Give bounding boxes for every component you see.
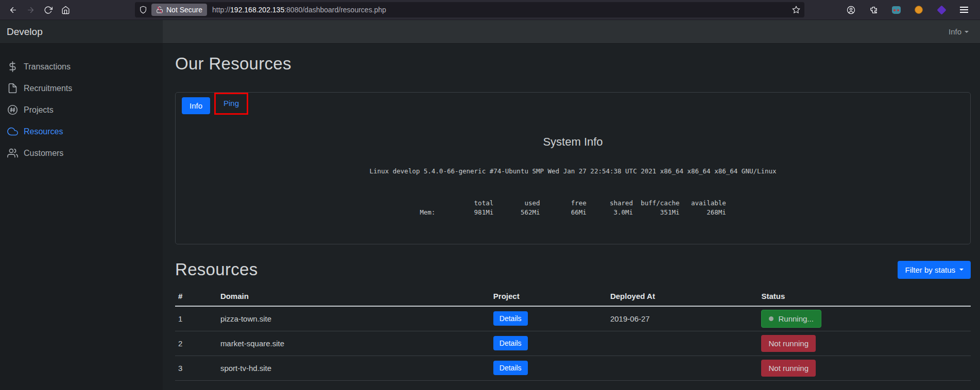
sidebar-item-label: Resources <box>24 127 63 136</box>
table-row: 2 market-square.site Details Not running <box>175 331 971 356</box>
red-annotation-box: Ping <box>214 93 248 115</box>
account-icon <box>847 6 855 14</box>
extension-robot-button[interactable] <box>888 2 904 17</box>
row-number: 2 <box>175 331 217 356</box>
url-text[interactable]: http://192.168.202.135:8080/dashboard/re… <box>212 6 792 14</box>
sidebar-item-projects[interactable]: Projects <box>0 100 163 119</box>
hamburger-icon <box>960 7 968 13</box>
uname-output: Linux develop 5.4.0-66-generic #74-Ubunt… <box>182 167 964 175</box>
memory-output: total used free shared buff/cache availa… <box>420 199 726 217</box>
back-icon <box>9 6 18 14</box>
url-path: :8080/dashboard/resources.php <box>284 6 386 14</box>
resources-header: Resources Filter by status <box>175 260 971 279</box>
resources-table: # Domain Project Deployed At Status 1 pi… <box>175 288 971 381</box>
col-header-status: Status <box>758 288 971 306</box>
deployed-at-cell <box>607 356 759 380</box>
sidebar-item-label: Projects <box>24 105 54 115</box>
status-stopped-button[interactable]: Not running <box>761 360 816 377</box>
sidebar-item-recruitments[interactable]: Recruitments <box>0 79 163 98</box>
app-topbar: Develop Info <box>0 20 980 44</box>
extension-diamond-button[interactable] <box>934 2 949 17</box>
diamond-extension-icon <box>937 5 946 14</box>
deployed-at-cell: 2019-06-27 <box>607 306 759 331</box>
domain-cell: sport-tv-hd.site <box>217 356 490 380</box>
details-button[interactable]: Details <box>493 336 528 350</box>
reload-button[interactable] <box>40 2 56 17</box>
table-row: 1 pizza-town.site Details 2019-06-27 Run… <box>175 306 971 331</box>
menu-button[interactable] <box>956 2 972 17</box>
reload-icon <box>44 6 53 14</box>
forward-button[interactable] <box>23 2 38 17</box>
status-stopped-button[interactable]: Not running <box>761 335 816 352</box>
table-header-row: # Domain Project Deployed At Status <box>175 288 971 306</box>
system-info-panel: System Info Linux develop 5.4.0-66-gener… <box>182 135 964 217</box>
status-label: Not running <box>768 339 809 348</box>
not-secure-badge[interactable]: Not Secure <box>151 4 207 16</box>
tab-ping[interactable]: Ping <box>219 96 243 110</box>
info-dropdown-label: Info <box>949 27 961 36</box>
account-button[interactable] <box>843 2 858 17</box>
domain-cell: pizza-town.site <box>217 306 490 331</box>
puzzle-icon <box>869 6 878 14</box>
status-running-button[interactable]: Running... <box>761 310 821 328</box>
page-title: Our Resources <box>175 54 971 74</box>
ball-extension-icon <box>915 6 923 14</box>
details-button[interactable]: Details <box>493 311 528 326</box>
domain-cell: market-square.site <box>217 331 490 356</box>
sidebar-item-customers[interactable]: Customers <box>0 144 163 163</box>
browser-toolbar: Not Secure http://192.168.202.135:8080/d… <box>0 0 980 20</box>
users-icon <box>7 148 18 158</box>
details-button[interactable]: Details <box>493 361 528 375</box>
cloud-icon <box>7 126 18 137</box>
system-info-card: Info Ping System Info Linux develop 5.4.… <box>175 92 971 244</box>
chevron-down-icon <box>959 269 964 271</box>
tab-bar: Info Ping <box>182 93 964 115</box>
filter-by-status-button[interactable]: Filter by status <box>898 261 971 279</box>
table-row: 3 sport-tv-hd.site Details Not running <box>175 356 971 380</box>
extensions-button[interactable] <box>866 2 881 17</box>
resources-title: Resources <box>175 260 257 279</box>
col-header-domain: Domain <box>217 288 490 306</box>
hash-circle-icon <box>7 104 18 115</box>
system-info-title: System Info <box>182 135 964 149</box>
shield-icon[interactable] <box>139 6 147 14</box>
sidebar: Transactions Recruitments Projects Resou… <box>0 44 163 390</box>
sidebar-item-transactions[interactable]: Transactions <box>0 57 163 76</box>
row-number: 3 <box>175 356 217 380</box>
home-icon <box>61 6 70 14</box>
sidebar-item-resources[interactable]: Resources <box>0 122 163 141</box>
back-button[interactable] <box>5 2 21 17</box>
info-dropdown[interactable]: Info <box>949 27 969 36</box>
deployed-at-cell <box>607 331 759 356</box>
chevron-down-icon <box>965 31 969 33</box>
brand-area: Develop <box>0 20 163 44</box>
dollar-icon <box>7 61 18 72</box>
not-secure-label: Not Secure <box>166 6 202 14</box>
brand-link[interactable]: Develop <box>7 26 43 38</box>
status-label: Running... <box>778 314 813 323</box>
main-content: Our Resources Info Ping System Info Linu… <box>163 44 980 390</box>
row-number: 1 <box>175 306 217 331</box>
robot-extension-icon <box>892 6 901 14</box>
bookmark-star-icon[interactable] <box>792 6 800 14</box>
status-label: Not running <box>768 364 809 373</box>
col-header-deployed: Deployed At <box>607 288 759 306</box>
extension-ball-button[interactable] <box>911 2 926 17</box>
home-button[interactable] <box>58 2 73 17</box>
file-icon <box>7 83 18 94</box>
forward-icon <box>26 6 35 14</box>
sidebar-item-label: Transactions <box>24 62 71 72</box>
status-dot-icon <box>769 316 773 321</box>
address-bar[interactable]: Not Secure http://192.168.202.135:8080/d… <box>135 2 804 17</box>
sidebar-item-label: Customers <box>24 149 63 158</box>
topnav: Info <box>163 20 980 44</box>
url-host: 192.168.202.135 <box>230 6 284 14</box>
col-header-num: # <box>175 288 217 306</box>
toolbar-right <box>843 2 975 17</box>
col-header-project: Project <box>490 288 607 306</box>
url-scheme: http:// <box>212 6 230 14</box>
filter-button-label: Filter by status <box>905 265 955 274</box>
tab-info[interactable]: Info <box>182 97 210 114</box>
broken-lock-icon <box>156 6 163 13</box>
sidebar-item-label: Recruitments <box>24 84 72 93</box>
